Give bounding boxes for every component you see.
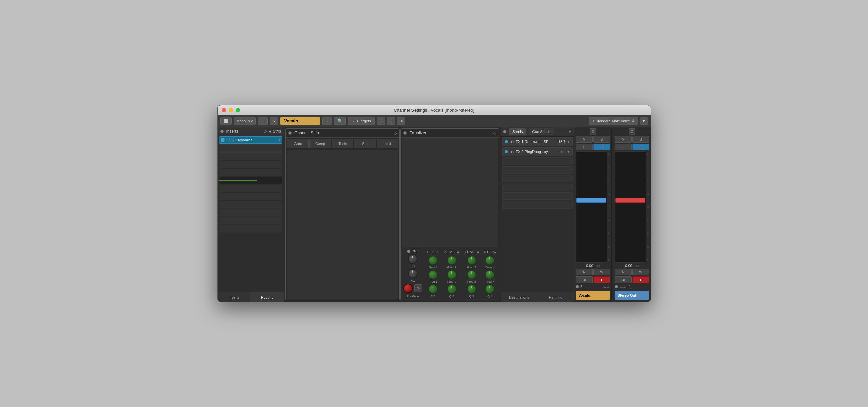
- scale-mark-6: 6: [608, 153, 611, 155]
- send-slot-6[interactable]: [502, 184, 572, 191]
- ch1-e-button[interactable]: E: [593, 144, 611, 150]
- send-slot-5[interactable]: [502, 175, 572, 182]
- channel-prev-button[interactable]: ←: [258, 117, 268, 125]
- cs-comp[interactable]: Comp: [309, 139, 331, 148]
- ch1-w-button[interactable]: W: [593, 269, 611, 275]
- inserts-settings-icon[interactable]: ◇: [264, 129, 267, 134]
- send1-power-dot[interactable]: [505, 140, 508, 143]
- ch1-fader-track[interactable]: [576, 151, 607, 263]
- ch2-le-row: L E: [615, 144, 649, 150]
- tab-routing[interactable]: Routing: [250, 292, 284, 302]
- search-button[interactable]: 🔍: [334, 117, 346, 125]
- tab-sends[interactable]: Sends: [509, 128, 526, 135]
- insert-slot-4[interactable]: [219, 161, 282, 168]
- ch2-l-button[interactable]: L: [615, 144, 632, 150]
- ch1-l-button[interactable]: L: [576, 144, 593, 150]
- ch2-prev-button[interactable]: ◀: [615, 276, 632, 283]
- cs-tools[interactable]: Tools: [332, 139, 353, 148]
- insert-slot-10[interactable]: [219, 209, 282, 216]
- freq2-knob[interactable]: [447, 270, 457, 279]
- insert-slot-5[interactable]: [219, 169, 282, 176]
- ch1-r-button[interactable]: R: [576, 269, 593, 275]
- inserts-power-dot[interactable]: [220, 130, 223, 133]
- close-button[interactable]: [221, 108, 226, 112]
- ch1-mute-button[interactable]: M: [576, 136, 593, 143]
- insert-slot-9[interactable]: [219, 201, 282, 208]
- send-slot-3[interactable]: [502, 158, 572, 165]
- minimize-button[interactable]: [228, 108, 233, 112]
- cs-sat[interactable]: Sat: [354, 139, 375, 148]
- ch2-fader-thumb[interactable]: [615, 198, 645, 203]
- freq4-knob[interactable]: [485, 270, 495, 279]
- eq-power-dot[interactable]: [403, 131, 407, 135]
- inserts-arrow-icon[interactable]: ◂: [269, 129, 271, 134]
- grid-view-button[interactable]: [220, 117, 231, 125]
- export-button[interactable]: ⇥: [397, 117, 405, 125]
- q3-label: Q 3: [469, 295, 474, 298]
- preset-selector[interactable]: ♪ Standard Male Voice ↺: [589, 117, 638, 125]
- ch1-solo-button[interactable]: S: [593, 136, 611, 143]
- insert-slot-8[interactable]: [219, 193, 282, 200]
- insert-slot-2[interactable]: [219, 144, 282, 152]
- ch1-record-button[interactable]: ●: [593, 276, 611, 283]
- ch2-e-button[interactable]: E: [632, 144, 650, 150]
- cs-limit[interactable]: Limit: [376, 139, 398, 148]
- gain3-knob[interactable]: [467, 256, 476, 265]
- send-slot-8[interactable]: [502, 201, 572, 208]
- q1-knob[interactable]: [428, 284, 438, 294]
- sends-power-dot[interactable]: [503, 130, 506, 133]
- insert-slot-3[interactable]: [219, 152, 282, 160]
- insert-slot-11[interactable]: [219, 217, 282, 224]
- insert-slot-7[interactable]: [219, 185, 282, 192]
- channel-name-display[interactable]: Vocals: [280, 117, 320, 125]
- ch2-mute-button[interactable]: M: [615, 136, 632, 143]
- send-2-header: ◄) FX 2-PingPong...ay -oo ▼: [503, 148, 572, 156]
- send2-dropdown[interactable]: ▼: [567, 150, 570, 154]
- send2-power-dot[interactable]: [505, 150, 508, 154]
- ch1-prev-button[interactable]: ◀: [576, 276, 593, 283]
- ch2-fader-track[interactable]: [615, 151, 646, 263]
- lc-knob[interactable]: [408, 254, 417, 264]
- insert-slot-1[interactable]: e VSTDynamics ▾: [219, 136, 282, 144]
- q4-knob[interactable]: [485, 284, 495, 294]
- cs-power-dot[interactable]: [288, 131, 292, 135]
- send-slot-4[interactable]: [502, 166, 572, 174]
- channel-next-button[interactable]: →: [322, 117, 332, 125]
- pre-gain-knob[interactable]: [403, 284, 413, 293]
- send-slot-7[interactable]: [502, 193, 572, 200]
- input-selector[interactable]: Mono In 2: [234, 117, 256, 125]
- tab-destinations[interactable]: Destinations: [501, 292, 537, 302]
- phase-button[interactable]: ⊘: [414, 284, 422, 293]
- targets-button[interactable]: → 3 Targets: [348, 117, 375, 125]
- preset-dropdown-button[interactable]: ▼: [640, 117, 648, 125]
- insert-slot-12[interactable]: [219, 225, 282, 232]
- gain4-knob[interactable]: [485, 256, 495, 265]
- tab-panning[interactable]: Panning: [537, 292, 574, 302]
- ch1-fader-thumb[interactable]: [576, 198, 606, 203]
- q2-knob[interactable]: [447, 284, 457, 294]
- sends-dropdown-arrow[interactable]: ▼: [568, 129, 572, 134]
- ch2-record-button[interactable]: ●: [632, 276, 650, 283]
- send1-dropdown[interactable]: ▼: [567, 140, 570, 144]
- ch2-solo-button[interactable]: S: [632, 136, 650, 143]
- freq1-knob[interactable]: [428, 270, 438, 279]
- nav-next-button[interactable]: →: [387, 117, 395, 125]
- ch2-db-value: 0.00: [625, 264, 632, 268]
- gain2-knob[interactable]: [447, 256, 457, 265]
- ch2-pan-control[interactable]: C: [629, 128, 636, 135]
- ch1-pan-control[interactable]: C: [590, 128, 596, 135]
- freq3-knob[interactable]: [467, 270, 476, 279]
- tab-cue-sends[interactable]: Cue Sends: [529, 128, 554, 135]
- ch2-r-button[interactable]: R: [615, 269, 632, 275]
- maximize-button[interactable]: [236, 108, 240, 112]
- gain1-knob[interactable]: [428, 256, 438, 265]
- q3-knob[interactable]: [467, 284, 476, 294]
- pre-dot[interactable]: [407, 249, 410, 253]
- cs-gate[interactable]: Gate: [287, 139, 309, 148]
- insert-dropdown-arrow[interactable]: ▾: [279, 138, 281, 142]
- nav-prev-button[interactable]: ←: [377, 117, 385, 125]
- ch2-w-button[interactable]: W: [632, 269, 650, 275]
- tab-inserts[interactable]: Inserts: [217, 292, 251, 302]
- hc-knob[interactable]: [408, 269, 417, 278]
- channel-number[interactable]: 5: [270, 117, 278, 125]
